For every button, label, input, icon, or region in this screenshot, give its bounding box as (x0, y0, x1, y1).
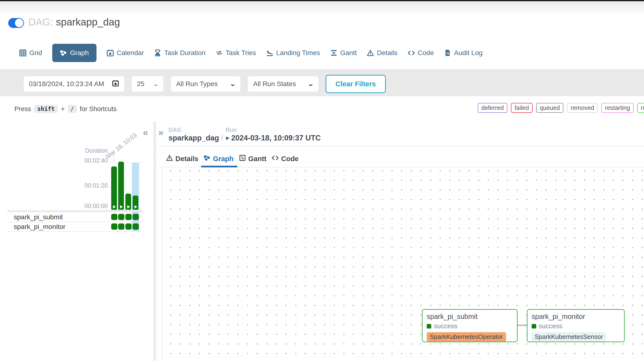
nav-tab-label: Grid (29, 49, 42, 57)
dag-run-bar-1[interactable] (111, 166, 117, 210)
nav-tab-task-tries[interactable]: Task Tries (216, 44, 256, 62)
legend-badge-removed[interactable]: removed (567, 103, 598, 113)
legend-badge-failed[interactable]: failed (511, 103, 532, 113)
task-instance-square[interactable] (132, 214, 139, 220)
nav-tab-label: Landing Times (276, 49, 320, 57)
expand-panel-button[interactable]: » (158, 128, 164, 137)
legend-badge-running[interactable]: running (637, 103, 644, 113)
legend-badge-restarting[interactable]: restarting (602, 103, 634, 113)
nav-tab-gantt[interactable]: Gantt (330, 44, 357, 62)
run-caret-icon: ▸ (226, 134, 229, 141)
nav-tab-label: Code (418, 49, 434, 57)
node-status: success (532, 323, 620, 330)
nav-tab-grid[interactable]: Grid (19, 44, 42, 62)
calendar-icon (106, 49, 114, 56)
nav-tab-landing-times[interactable]: Landing Times (266, 44, 320, 62)
nav-tab-code[interactable]: Code (408, 44, 434, 62)
page-title-prefix: DAG: (28, 16, 53, 28)
task-instance-square[interactable] (111, 214, 118, 220)
run-types-value: All Run Types (176, 80, 218, 88)
y-tick-0240: 00:02:40 (80, 157, 108, 164)
nav-tab-graph[interactable]: Graph (52, 44, 96, 62)
gantt-panel-icon (239, 154, 246, 163)
node-title: spark_pi_submit (427, 313, 513, 321)
graph-icon (204, 154, 210, 163)
panel-tab-label: Details (176, 155, 198, 163)
base-date-input[interactable]: 03/18/2024, 10:23:24 AM (23, 76, 124, 92)
panel-tab-label: Code (281, 155, 299, 163)
filter-controls: 03/18/2024, 10:23:24 AM 25 ⌄ All Run Typ… (23, 75, 386, 93)
panel-tab-details[interactable]: Details (166, 154, 198, 163)
panel-tab-label: Graph (213, 155, 234, 163)
page-title: DAG: sparkapp_dag (28, 16, 120, 28)
task-instance-square[interactable] (118, 223, 124, 230)
dag-run-bar-3[interactable] (126, 194, 131, 210)
panel-tab-label: Gantt (248, 155, 267, 163)
run-states-value: All Run States (253, 80, 296, 88)
dag-run-bar-4[interactable] (132, 196, 138, 210)
nav-tab-label: Details (377, 49, 398, 57)
dag-pause-toggle[interactable] (8, 18, 24, 28)
duration-axis-title: Duration (80, 147, 108, 154)
warning-icon (166, 154, 173, 163)
nav-tab-details[interactable]: Details (367, 44, 398, 62)
repeat-icon (216, 49, 223, 56)
task-instance-square[interactable] (118, 214, 124, 220)
nav-tab-label: Graph (70, 49, 89, 57)
success-state-icon (532, 324, 536, 329)
nav-tab-audit-log[interactable]: Audit Log (444, 44, 482, 62)
header-gradient (0, 1, 644, 15)
panel-resize-gutter[interactable] (154, 121, 156, 361)
code-icon (272, 154, 279, 163)
clear-filters-button[interactable]: Clear Filters (326, 75, 386, 93)
run-column-label: Mar 18, 10:03 (104, 132, 138, 160)
task-instance-square[interactable] (111, 223, 118, 230)
task-name-spark_pi_submit[interactable]: spark_pi_submit (14, 213, 63, 221)
legend-badge-queued[interactable]: queued (536, 103, 564, 113)
dag-view-nav: GridGraphCalendarTask DurationTask Tries… (19, 44, 482, 62)
operator-badge: SparkKubernetesSensor (532, 332, 606, 342)
task-state-legend: deferredfailedqueuedremovedrestartingrun… (478, 103, 644, 113)
nav-tab-label: Calendar (117, 49, 144, 57)
panel-tab-gantt[interactable]: Gantt (239, 154, 267, 163)
shortcut-hint-plus: + (61, 105, 65, 113)
breadcrumb-dag-label: DAG (168, 126, 181, 133)
task-instance-square[interactable] (126, 223, 132, 230)
operator-badge: SparkKubernetesOperator (427, 332, 506, 342)
breadcrumb-dag-value[interactable]: sparkapp_dag / (168, 134, 223, 142)
nav-tab-calendar[interactable]: Calendar (106, 44, 144, 62)
task-name-spark_pi_monitor[interactable]: spark_pi_monitor (14, 223, 66, 231)
legend-badge-deferred[interactable]: deferred (478, 103, 507, 113)
manual-run-icon (113, 205, 116, 209)
active-tab-underline (201, 166, 237, 167)
node-status: success (427, 323, 513, 330)
panel-tab-code[interactable]: Code (272, 154, 299, 163)
audit-log-icon (444, 49, 451, 56)
panel-tab-graph[interactable]: Graph (204, 154, 234, 163)
run-states-select[interactable]: All Run States ⌄ (248, 76, 319, 92)
collapse-grid-button[interactable]: « (143, 128, 148, 137)
breadcrumb-divider (158, 146, 644, 146)
graph-node-spark_pi_monitor[interactable]: spark_pi_monitorsuccessSparkKubernetesSe… (527, 309, 625, 342)
nav-tab-task-duration[interactable]: Task Duration (154, 44, 205, 62)
task-instance-square[interactable] (132, 223, 139, 230)
calendar-picker-icon[interactable] (112, 80, 119, 88)
shortcut-hint: Press shift + / for Shortcuts (14, 105, 117, 113)
plane-landing-icon (266, 49, 274, 56)
task-row: spark_pi_submit (7, 212, 143, 222)
node-state-label: success (539, 323, 562, 330)
grid-header-divider (7, 210, 142, 212)
graph-node-spark_pi_submit[interactable]: spark_pi_submitsuccessSparkKubernetesOpe… (422, 309, 518, 342)
task-edge (518, 325, 527, 326)
task-instance-square[interactable] (126, 214, 132, 220)
page-size-select[interactable]: 25 ⌄ (132, 76, 164, 92)
base-date-value: 03/18/2024, 10:23:24 AM (29, 80, 104, 88)
success-state-icon (427, 324, 431, 329)
run-types-select[interactable]: All Run Types ⌄ (171, 76, 241, 92)
breadcrumb-run-value[interactable]: ▸ 2024-03-18, 10:09:37 UTC (226, 134, 321, 142)
breadcrumb-run: ▸ 2024-03-18, 10:09:37 UTC (226, 134, 321, 142)
node-title: spark_pi_monitor (532, 313, 620, 321)
page-size-value: 25 (137, 80, 144, 88)
dag-run-bar-2[interactable] (118, 162, 124, 210)
gantt-icon (330, 49, 338, 56)
